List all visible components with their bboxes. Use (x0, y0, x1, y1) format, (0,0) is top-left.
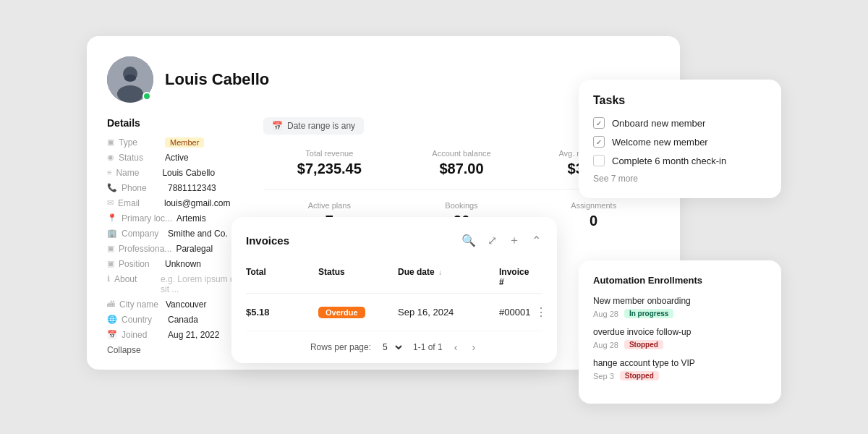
collapse-invoices-button[interactable]: ⌃ (530, 232, 542, 249)
tasks-card: Tasks ✓ Onboard new member ✓ Welcome new… (579, 80, 781, 198)
invoices-card: Invoices 🔍 ⤢ ＋ ⌃ Total Status Due date ↓… (231, 217, 557, 363)
status-badge-stopped-2: Stopped (620, 371, 659, 380)
invoices-title: Invoices (246, 234, 289, 247)
task-checkbox-3[interactable] (593, 155, 605, 166)
invoices-table-header: Total Status Due date ↓ Invoice # (246, 261, 542, 294)
task-checkbox-2[interactable]: ✓ (593, 136, 605, 148)
collapse-button[interactable]: Collapse (107, 345, 252, 355)
profile-name: Louis Cabello (165, 70, 269, 89)
status-badge: Overdue (318, 307, 365, 318)
detail-primary-loc: 📍 Primary loc... Artemis (107, 213, 252, 224)
task-checkbox-1[interactable]: ✓ (593, 117, 605, 129)
details-panel: Details ▣ Type Member ◉ Status Active ≡ … (107, 117, 252, 370)
detail-status: ◉ Status Active (107, 153, 252, 163)
row-menu-button[interactable]: ⋮ (530, 304, 552, 320)
task-item-3: Complete 6 month check-in (593, 155, 767, 166)
sort-arrow-icon: ↓ (438, 268, 442, 276)
table-row: $5.18 Overdue Sep 16, 2024 #00001 ⋮ (246, 294, 542, 331)
invoices-actions: 🔍 ⤢ ＋ ⌃ (460, 231, 542, 250)
automation-item-3: hange account type to VIP Sep 3 Stopped (593, 358, 767, 380)
automation-item-1: New member onboarding Aug 28 In progress (593, 296, 767, 318)
detail-professional: ▣ Professiona... Paralegal (107, 244, 252, 254)
prev-page-button[interactable]: ‹ (451, 340, 461, 354)
tasks-title: Tasks (593, 94, 767, 107)
task-item-1: ✓ Onboard new member (593, 117, 767, 129)
pagination-info: 1-1 of 1 (413, 342, 443, 352)
automation-title: Automation Enrollments (593, 275, 767, 286)
invoices-header: Invoices 🔍 ⤢ ＋ ⌃ (246, 231, 542, 250)
profile-header: Louis Cabello (107, 56, 660, 103)
details-title: Details (107, 117, 252, 129)
avatar (107, 56, 153, 103)
detail-name: ≡ Name Louis Cabello (107, 168, 252, 178)
add-invoice-button[interactable]: ＋ (507, 231, 522, 250)
search-button[interactable]: 🔍 (460, 232, 477, 249)
table-footer: Rows per page: 5 10 25 1-1 of 1 ‹ › (246, 331, 542, 363)
detail-position: ▣ Position Unknown (107, 259, 252, 269)
automation-item-2: overdue invoice follow-up Aug 28 Stopped (593, 327, 767, 349)
detail-company: 🏢 Company Smithe and Co. (107, 229, 252, 239)
expand-button[interactable]: ⤢ (486, 232, 498, 249)
rows-per-page-label: Rows per page: (310, 342, 371, 352)
detail-email: ✉ Email louis@gmail.com (107, 198, 252, 208)
calendar-icon: 📅 (272, 121, 283, 131)
see-more-tasks[interactable]: See 7 more (593, 174, 767, 184)
detail-country: 🌐 Country Canada (107, 315, 252, 325)
next-page-button[interactable]: › (469, 340, 478, 354)
detail-joined: 📅 Joined Aug 21, 2022 (107, 330, 252, 340)
detail-about: ℹ About e.g. Lorem ipsum dolor sit ... (107, 274, 252, 294)
status-badge-inprogress: In progress (624, 309, 673, 318)
detail-city: 🏙 City name Vancouver (107, 299, 252, 310)
detail-type: ▣ Type Member (107, 137, 252, 148)
task-item-2: ✓ Welcome new member (593, 136, 767, 148)
status-badge-stopped-1: Stopped (624, 340, 663, 349)
svg-point-3 (124, 75, 136, 82)
stat-account-balance: Account balance $87.00 (396, 149, 528, 177)
automation-card: Automation Enrollments New member onboar… (579, 260, 781, 404)
stat-total-revenue: Total revenue $7,235.45 (263, 149, 396, 177)
svg-point-2 (117, 85, 143, 103)
date-range-button[interactable]: 📅 Date range is any (263, 117, 364, 135)
rows-per-page-select[interactable]: 5 10 25 (380, 341, 404, 353)
online-indicator (142, 92, 151, 101)
detail-phone: 📞 Phone 7881112343 (107, 183, 252, 193)
